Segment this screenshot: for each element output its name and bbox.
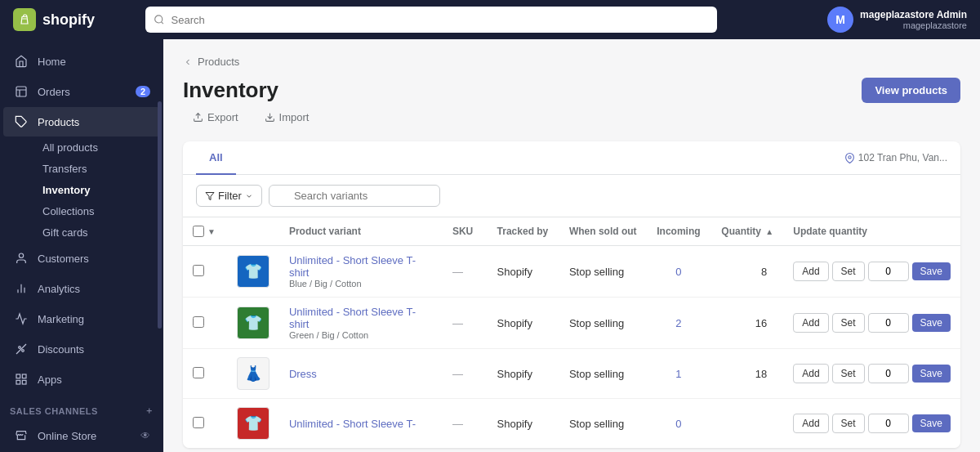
product-name-link[interactable]: Unlimited - Short Sleeve T-shirt — [289, 254, 416, 279]
shopify-bag-icon — [13, 8, 36, 31]
sales-channels-section: SALES CHANNELS ＋ — [0, 395, 163, 420]
quantity-cell: 18 — [710, 349, 783, 399]
view-products-button[interactable]: View products — [862, 78, 960, 103]
th-variant: Product variant — [279, 217, 443, 246]
product-variant-cell: Unlimited - Short Sleeve T-shirt Blue / … — [279, 246, 443, 298]
quantity-cell — [710, 399, 783, 449]
save-button[interactable]: Save — [912, 365, 951, 383]
online-store-icon — [13, 427, 29, 444]
sidebar-item-home[interactable]: Home — [3, 47, 160, 76]
import-label: Import — [279, 111, 310, 123]
select-all-dropdown[interactable]: ▼ — [206, 227, 217, 236]
avatar[interactable]: M — [827, 7, 853, 33]
sku-cell: — — [443, 349, 488, 399]
incoming-link[interactable]: 1 — [675, 368, 681, 380]
set-button[interactable]: Set — [832, 262, 865, 281]
sku-cell: — — [443, 298, 488, 349]
shopify-logo[interactable]: shopify — [13, 8, 136, 31]
product-image: 👗 — [237, 357, 270, 390]
incoming-link[interactable]: 0 — [675, 418, 681, 430]
row-checkbox[interactable] — [193, 417, 204, 428]
import-icon — [265, 112, 275, 123]
add-button[interactable]: Add — [793, 313, 828, 333]
select-all-checkbox[interactable] — [193, 226, 204, 237]
row-checkbox[interactable] — [193, 316, 204, 328]
product-name-link[interactable]: Unlimited - Short Sleeve T- — [289, 418, 416, 430]
topbar: shopify M mageplazastore Admin mageplaza… — [0, 0, 980, 39]
sidebar-item-apps[interactable]: Apps — [3, 365, 160, 394]
incoming-cell: 2 — [647, 298, 711, 349]
product-name-link[interactable]: Dress — [289, 368, 317, 380]
th-sku: SKU — [443, 217, 488, 246]
incoming-link[interactable]: 0 — [675, 266, 681, 278]
set-button[interactable]: Set — [832, 364, 865, 383]
sidebar-item-transfers[interactable]: Transfers — [33, 159, 160, 179]
breadcrumb[interactable]: Products — [183, 56, 960, 68]
product-name-link[interactable]: Unlimited - Short Sleeve T-shirt — [289, 306, 416, 330]
user-info: mageplazastore Admin mageplazastore — [860, 9, 967, 30]
incoming-link[interactable]: 2 — [675, 317, 681, 329]
when-sold-out-cell: Stop selling — [559, 298, 647, 349]
qty-input[interactable] — [868, 364, 909, 383]
sidebar-item-customers-label: Customers — [38, 253, 150, 265]
tracked-by-cell: Shopify — [488, 399, 559, 449]
filter-icon — [205, 191, 215, 201]
card-tabs: All 102 Tran Phu, Van... — [183, 141, 960, 175]
set-button[interactable]: Set — [832, 414, 865, 433]
svg-rect-12 — [16, 380, 20, 384]
qty-input[interactable] — [868, 414, 909, 433]
svg-point-7 — [19, 347, 21, 349]
product-image: 👕 — [237, 255, 270, 288]
customers-icon — [13, 250, 29, 266]
svg-point-3 — [19, 253, 23, 257]
update-quantity-cell: Add Set Save — [783, 399, 960, 449]
import-button[interactable]: Import — [255, 106, 319, 128]
search-bar[interactable] — [145, 7, 717, 33]
row-checkbox[interactable] — [193, 265, 204, 276]
svg-rect-10 — [22, 374, 26, 378]
sidebar-item-customers[interactable]: Customers — [3, 244, 160, 273]
sidebar-item-all-products[interactable]: All products — [33, 137, 160, 158]
page-actions: Export Import — [183, 106, 318, 128]
add-sales-channel-icon[interactable]: ＋ — [145, 405, 154, 417]
online-store-view-icon[interactable]: 👁 — [140, 430, 150, 441]
orders-icon — [13, 83, 29, 100]
product-variant-cell: Unlimited - Short Sleeve T-shirt Green /… — [279, 298, 443, 349]
qty-input[interactable] — [868, 313, 909, 333]
sidebar: Home Orders 2 Products All products Tran… — [0, 39, 163, 452]
quantity-sort-icon[interactable]: ▲ — [765, 227, 773, 236]
search-variants-input[interactable] — [269, 185, 440, 207]
save-button[interactable]: Save — [912, 314, 951, 332]
product-variant-cell: Unlimited - Short Sleeve T- — [279, 399, 443, 449]
export-icon — [193, 112, 203, 123]
add-button[interactable]: Add — [793, 414, 828, 433]
variant-sub: Green / Big / Cotton — [289, 330, 433, 340]
incoming-cell: 0 — [647, 399, 711, 449]
sidebar-item-orders-label: Orders — [38, 86, 127, 98]
filter-button[interactable]: Filter — [196, 185, 262, 207]
set-button[interactable]: Set — [832, 313, 865, 333]
qty-input[interactable] — [868, 262, 909, 281]
row-checkbox[interactable] — [193, 367, 204, 378]
sidebar-item-inventory[interactable]: Inventory — [33, 180, 160, 200]
th-update-quantity: Update quantity — [783, 217, 960, 246]
svg-rect-11 — [22, 380, 26, 384]
export-button[interactable]: Export — [183, 106, 248, 128]
tab-all[interactable]: All — [196, 141, 236, 175]
add-button[interactable]: Add — [793, 364, 828, 383]
sidebar-item-discounts[interactable]: Discounts — [3, 334, 160, 364]
search-input[interactable] — [172, 14, 709, 26]
save-button[interactable]: Save — [912, 262, 951, 280]
sidebar-item-orders[interactable]: Orders 2 — [3, 77, 160, 106]
sidebar-item-online-store[interactable]: Online Store 👁 — [3, 421, 160, 450]
sidebar-item-products[interactable]: Products — [3, 107, 160, 136]
sidebar-item-marketing[interactable]: Marketing — [3, 304, 160, 333]
add-button[interactable]: Add — [793, 262, 828, 281]
update-quantity-cell: Add Set Save — [783, 349, 960, 399]
save-button[interactable]: Save — [912, 414, 951, 432]
location-badge[interactable]: 102 Tran Phu, Van... — [844, 152, 947, 163]
sidebar-item-analytics[interactable]: Analytics — [3, 274, 160, 303]
filter-label: Filter — [218, 190, 242, 202]
sidebar-item-gift-cards[interactable]: Gift cards — [33, 222, 160, 243]
sidebar-item-collections[interactable]: Collections — [33, 201, 160, 222]
